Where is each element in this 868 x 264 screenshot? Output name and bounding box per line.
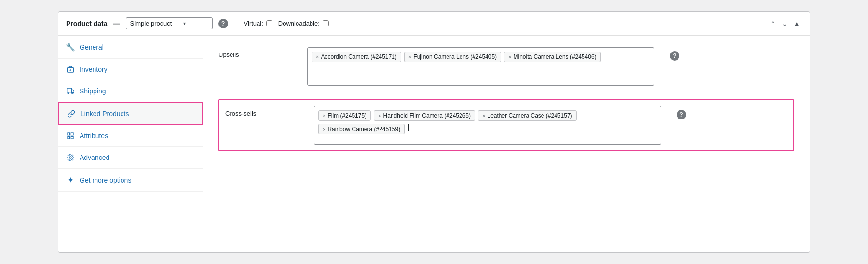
sidebar-item-get-more-options[interactable]: ✦ Get more options xyxy=(58,169,203,192)
cross-sells-input-area: × Film (#245175) × Handheld Film Camera … xyxy=(314,106,661,145)
upsells-label: Upsells xyxy=(218,47,296,58)
truck-icon xyxy=(66,87,75,95)
sidebar-item-linked-products[interactable]: Linked Products xyxy=(58,102,203,125)
tag-label-minolta: Minolta Camera Lens (#245406) xyxy=(514,53,597,60)
header-arrows: ⌃ ⌄ ▲ xyxy=(768,19,802,28)
tag-x-accordion[interactable]: × xyxy=(316,54,319,60)
tag-label-accordion: Accordion Camera (#245171) xyxy=(321,53,396,60)
collapse-up-button[interactable]: ⌃ xyxy=(768,19,778,28)
sidebar-item-shipping[interactable]: Shipping xyxy=(58,80,203,102)
tag-label-handheld: Handheld Film Camera (#245265) xyxy=(383,112,471,119)
product-type-chevron-icon: ▾ xyxy=(183,21,186,26)
upsells-tags-container[interactable]: × Accordion Camera (#245171) × Fujinon C… xyxy=(307,47,654,86)
cross-sells-help-icon[interactable]: ? xyxy=(677,110,686,119)
tag-x-handheld[interactable]: × xyxy=(378,113,381,119)
svg-rect-7 xyxy=(71,133,73,135)
help-text: ? xyxy=(221,20,225,27)
product-type-label: Simple product xyxy=(130,20,172,27)
tag-leather-case: × Leather Camera Case (#245157) xyxy=(478,110,577,121)
svg-rect-3 xyxy=(67,88,72,92)
text-cursor xyxy=(408,124,409,131)
virtual-group: Virtual: xyxy=(244,20,272,27)
cross-sells-label: Cross-sells xyxy=(225,106,302,117)
tag-label-film: Film (#245175) xyxy=(327,112,366,119)
sidebar-label-attributes: Attributes xyxy=(80,132,108,140)
upsells-input-area: × Accordion Camera (#245171) × Fujinon C… xyxy=(307,47,654,86)
cross-sells-row: Cross-sells × Film (#245175) × Handheld … xyxy=(218,99,794,151)
tag-x-rainbow[interactable]: × xyxy=(323,126,326,132)
upsells-help-icon[interactable]: ? xyxy=(670,51,679,61)
downloadable-checkbox[interactable] xyxy=(323,20,329,26)
cross-sells-tags-container[interactable]: × Film (#245175) × Handheld Film Camera … xyxy=(314,106,661,145)
product-type-help-icon[interactable]: ? xyxy=(218,19,228,28)
gear-icon xyxy=(66,154,75,161)
tag-label-leather: Leather Camera Case (#245157) xyxy=(487,112,572,119)
sidebar-item-inventory[interactable]: Inventory xyxy=(58,59,203,80)
sidebar-label-get-more-options: Get more options xyxy=(80,176,131,184)
panel-dash: — xyxy=(113,20,120,27)
tag-x-minolta[interactable]: × xyxy=(508,54,511,60)
svg-point-4 xyxy=(68,92,69,94)
main-content: Upsells × Accordion Camera (#245171) × F… xyxy=(203,36,810,252)
sidebar-label-advanced: Advanced xyxy=(80,154,109,161)
tag-x-fujinon[interactable]: × xyxy=(408,54,411,60)
cross-sells-help[interactable]: ? xyxy=(677,106,686,119)
sidebar: 🔧 General Inventory Shipping Linked Pr xyxy=(58,36,203,252)
sidebar-item-attributes[interactable]: Attributes xyxy=(58,125,203,147)
upsells-row: Upsells × Accordion Camera (#245171) × F… xyxy=(218,47,794,86)
collapse-down-button[interactable]: ⌄ xyxy=(780,19,789,28)
tag-label-rainbow: Rainbow Camera (#245159) xyxy=(327,126,400,132)
panel-title: Product data xyxy=(66,20,108,27)
virtual-label: Virtual: xyxy=(244,20,263,27)
tag-fujinon-lens: × Fujinon Camera Lens (#245405) xyxy=(404,52,501,62)
link-icon xyxy=(67,110,76,118)
panel-header: Product data — Simple product ▾ ? Virtua… xyxy=(58,12,810,36)
sidebar-item-general[interactable]: 🔧 General xyxy=(58,36,203,59)
tag-rainbow-camera: × Rainbow Camera (#245159) xyxy=(318,124,405,134)
tag-accordion-camera: × Accordion Camera (#245171) xyxy=(312,52,401,62)
panel-body: 🔧 General Inventory Shipping Linked Pr xyxy=(58,36,810,252)
tag-film: × Film (#245175) xyxy=(318,110,371,121)
sidebar-item-advanced[interactable]: Advanced xyxy=(58,147,203,169)
tag-handheld-film-camera: × Handheld Film Camera (#245265) xyxy=(374,110,475,121)
product-type-select[interactable]: Simple product ▾ xyxy=(126,17,213,29)
svg-point-5 xyxy=(72,92,73,94)
svg-point-10 xyxy=(69,157,71,158)
sidebar-label-general: General xyxy=(80,43,104,51)
expand-button[interactable]: ▲ xyxy=(791,19,802,28)
downloadable-label: Downloadable: xyxy=(278,20,320,27)
sidebar-label-shipping: Shipping xyxy=(80,87,106,95)
box-icon xyxy=(66,66,75,73)
sidebar-label-linked-products: Linked Products xyxy=(81,110,129,118)
downloadable-group: Downloadable: xyxy=(278,20,329,27)
svg-rect-8 xyxy=(68,136,70,139)
tag-minolta-lens: × Minolta Camera Lens (#245406) xyxy=(504,52,601,62)
wrench-icon: 🔧 xyxy=(66,42,75,52)
tag-x-film[interactable]: × xyxy=(323,113,326,119)
svg-rect-9 xyxy=(71,136,73,139)
star-icon: ✦ xyxy=(66,175,75,185)
product-data-panel: Product data — Simple product ▾ ? Virtua… xyxy=(58,11,810,253)
header-separator xyxy=(236,19,236,28)
grid-icon xyxy=(66,132,75,140)
upsells-help[interactable]: ? xyxy=(670,47,679,61)
tag-label-fujinon: Fujinon Camera Lens (#245405) xyxy=(413,53,497,60)
svg-rect-6 xyxy=(68,133,70,135)
sidebar-label-inventory: Inventory xyxy=(80,66,108,73)
tag-x-leather[interactable]: × xyxy=(482,113,485,119)
virtual-checkbox[interactable] xyxy=(266,20,272,26)
